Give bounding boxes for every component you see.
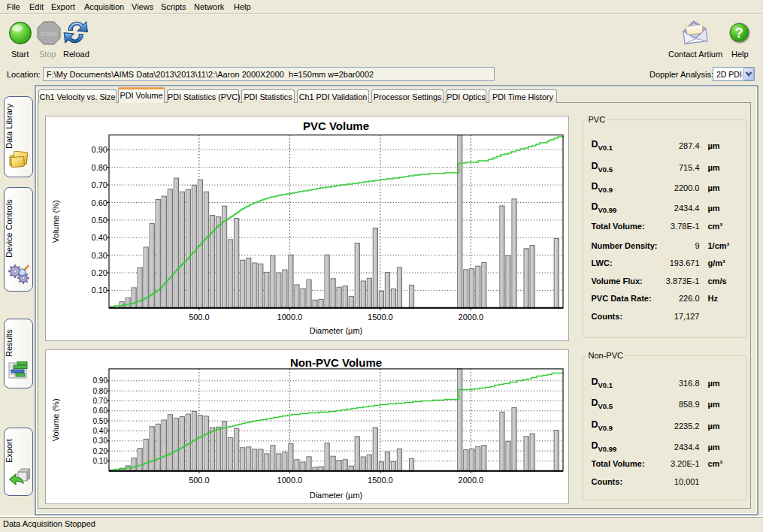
- svg-text:Volume (%): Volume (%): [51, 200, 60, 243]
- svg-text:2000.0: 2000.0: [459, 475, 484, 484]
- svg-text:Diameter (µm): Diameter (µm): [310, 326, 363, 335]
- svg-text:0.40: 0.40: [93, 427, 108, 435]
- svg-text:Diameter (µm): Diameter (µm): [310, 491, 363, 500]
- svg-text:0.70: 0.70: [93, 397, 108, 405]
- svg-text:500.0: 500.0: [189, 313, 210, 322]
- svg-text:0.60: 0.60: [92, 198, 107, 207]
- svg-text:Volume (%): Volume (%): [51, 398, 60, 441]
- svg-text:0.10: 0.10: [93, 457, 108, 465]
- svg-text:0.10: 0.10: [92, 286, 107, 295]
- svg-text:0.20: 0.20: [92, 268, 107, 277]
- svg-text:0.70: 0.70: [92, 180, 107, 189]
- svg-text:1000.0: 1000.0: [277, 313, 303, 322]
- svg-text:?: ?: [735, 26, 743, 41]
- svg-text:0.40: 0.40: [92, 233, 107, 242]
- svg-text:1500.0: 1500.0: [368, 475, 393, 484]
- svg-text:0.90: 0.90: [92, 145, 107, 154]
- svg-text:0.50: 0.50: [93, 416, 108, 425]
- svg-text:0.80: 0.80: [92, 163, 107, 172]
- svg-text:1000.0: 1000.0: [277, 475, 303, 484]
- svg-text:PVC Volume: PVC Volume: [303, 119, 369, 132]
- svg-text:0.80: 0.80: [93, 386, 108, 394]
- svg-text:0.50: 0.50: [92, 216, 107, 225]
- svg-text:STOP: STOP: [41, 31, 58, 38]
- svg-text:0.20: 0.20: [93, 446, 108, 455]
- svg-text:0.90: 0.90: [93, 376, 108, 385]
- svg-text:0.60: 0.60: [93, 407, 108, 415]
- svg-text:2000.0: 2000.0: [459, 313, 484, 322]
- svg-text:1500.0: 1500.0: [368, 313, 393, 322]
- svg-text:0.30: 0.30: [92, 251, 107, 260]
- svg-text:500.0: 500.0: [189, 475, 210, 484]
- svg-text:0.30: 0.30: [93, 437, 108, 445]
- svg-text:Non-PVC Volume: Non-PVC Volume: [290, 355, 382, 368]
